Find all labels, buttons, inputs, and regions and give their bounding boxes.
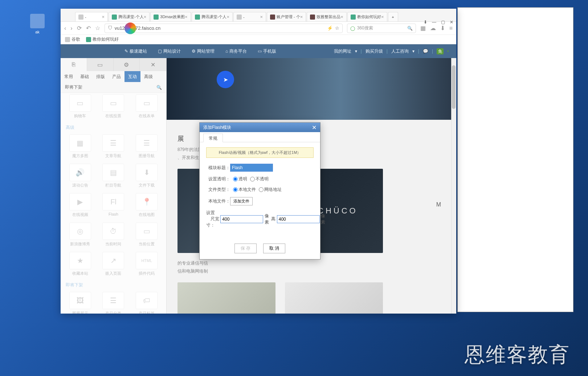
download-icon[interactable]: ⬇: [440, 25, 445, 32]
cat-common[interactable]: 常用: [61, 71, 77, 82]
sidetab-settings[interactable]: ⚙: [114, 58, 140, 71]
tab-close-icon[interactable]: ×: [260, 14, 263, 20]
cat-basic[interactable]: 基础: [77, 71, 93, 82]
reload-icon[interactable]: ⟳: [77, 25, 82, 32]
desktop-icon-label: ak: [28, 30, 46, 34]
tab-close-icon[interactable]: ×: [102, 14, 105, 20]
cat-advanced[interactable]: 高级: [140, 71, 156, 82]
add-page-icon: ⎘: [72, 61, 75, 68]
tab-4[interactable]: -×: [233, 12, 266, 21]
tab-6[interactable]: 致雅整装出品×: [307, 12, 347, 21]
tab-7[interactable]: 教你如何玩好×: [347, 12, 387, 21]
input-title[interactable]: [230, 164, 273, 172]
radio-localfile[interactable]: [233, 187, 238, 192]
new-tab-button[interactable]: +: [388, 12, 398, 21]
topnav-manage[interactable]: ⚙网站管理: [187, 44, 220, 58]
url-input[interactable]: ⛉ vu12884972.faisco.cn ⚡ ☆: [105, 24, 343, 33]
maximize-icon[interactable]: ▢: [440, 19, 446, 25]
tab-2[interactable]: 3Dmax效果图×: [150, 12, 191, 21]
tab-5[interactable]: 账户管理 - 个×: [267, 12, 306, 21]
sidetab-add[interactable]: ⎘: [61, 58, 87, 71]
chat-icon[interactable]: 💬: [423, 49, 428, 54]
tab-label: 腾讯课堂-个人: [118, 14, 144, 20]
dialog-tab-general[interactable]: 常规: [203, 134, 223, 142]
forward-icon[interactable]: ›: [70, 25, 72, 32]
dialog-tabs: 常规: [200, 132, 320, 142]
project-card[interactable]: [177, 282, 275, 314]
tab-0[interactable]: -×: [75, 12, 108, 21]
tab-label: 腾讯课堂-个人: [201, 14, 227, 20]
topnav-support[interactable]: 人工咨询: [391, 48, 409, 54]
tab-close-icon[interactable]: ×: [185, 14, 188, 20]
unit-px: 像素: [321, 213, 325, 225]
radio-url[interactable]: [259, 187, 264, 192]
topnav-mobile[interactable]: ▭手机版: [253, 44, 281, 58]
hero-banner: ➤: [167, 58, 456, 120]
cloud-icon[interactable]: ☁: [430, 25, 436, 32]
tab-close-icon[interactable]: ×: [340, 14, 343, 20]
dialog-close-icon[interactable]: ✕: [312, 124, 317, 131]
site-topnav: ✎极速建站 ▢网站设计 ⚙网站管理 ⌂商务平台 ▭手机版 我的网址▾ | 购买升…: [61, 44, 456, 58]
chevron-down-icon: ▾: [355, 49, 357, 54]
bookmark-item[interactable]: 谷歌: [65, 36, 80, 42]
topnav-commerce[interactable]: ⌂商务平台: [220, 44, 252, 58]
search-icon[interactable]: 🔍: [407, 26, 413, 31]
radio-opaque[interactable]: [250, 177, 255, 181]
desktop-icon[interactable]: ak: [28, 14, 46, 34]
radio-label: 网络地址: [264, 187, 282, 193]
rect-icon: ▢: [158, 49, 162, 54]
add-file-button[interactable]: 添加文件: [230, 197, 253, 205]
topnav-label: 网站设计: [163, 48, 181, 54]
tab-close-icon[interactable]: ×: [144, 14, 147, 20]
input-height[interactable]: [277, 215, 320, 223]
address-bar: ‹ › ⟳ ↶ ☆ ⛉ vu12884972.faisco.cn ⚡ ☆ ◯ 3…: [61, 22, 456, 35]
topnav-mysite[interactable]: 我的网址: [334, 48, 351, 54]
tab-close-icon[interactable]: ×: [226, 14, 229, 20]
sidetab-copy[interactable]: ▭: [87, 58, 114, 71]
back-icon[interactable]: ‹: [64, 25, 66, 32]
menu-icon[interactable]: ≡: [449, 25, 453, 32]
tab-close-icon[interactable]: ×: [300, 14, 303, 20]
label-size: 设置尺寸：: [206, 210, 215, 228]
page-icon: [78, 15, 83, 20]
project-card[interactable]: [285, 282, 383, 314]
download-icon[interactable]: ⬇: [422, 19, 429, 25]
cancel-button[interactable]: 取 消: [263, 244, 285, 253]
topnav-design[interactable]: ▢网站设计: [153, 44, 186, 58]
topnav-quickbuild[interactable]: ✎极速建站: [119, 44, 152, 58]
row-localfile: 本地文件： 添加文件: [206, 197, 314, 205]
search-icon[interactable]: 🔍: [156, 85, 162, 90]
chevron-down-icon: ▾: [412, 49, 415, 54]
dialog-header[interactable]: 添加Flash模块 ✕: [200, 123, 320, 132]
radio-transparent[interactable]: [233, 177, 238, 181]
dialog-hint: Flash动画/视频（格式为swf，大小不超过1M）: [206, 147, 314, 158]
input-width[interactable]: [220, 215, 263, 223]
main-scrollbar[interactable]: [451, 58, 456, 314]
flash-icon[interactable]: ⚡: [327, 25, 333, 31]
bookmark-icon: [86, 37, 91, 42]
cat-layout[interactable]: 排版: [93, 71, 109, 82]
close-icon[interactable]: ✕: [448, 19, 455, 25]
tab-3[interactable]: 腾讯课堂-个人×: [192, 12, 233, 21]
row-filetype: 文件类型： 本地文件 网络地址: [206, 187, 314, 193]
save-button[interactable]: 保 存: [234, 244, 257, 253]
minimize-icon[interactable]: —: [431, 19, 437, 25]
tab-1[interactable]: 腾讯课堂-个人×: [109, 12, 150, 21]
apps-icon[interactable]: ▦: [420, 25, 426, 32]
cat-interactive[interactable]: 互动: [124, 71, 140, 82]
sidetab-close[interactable]: ✕: [140, 58, 166, 71]
sidebar: ⎘ ▭ ⚙ ✕ 常用 基础 排版 产品 互动 高级 即将下架 🔍 ▭购物车: [61, 58, 167, 314]
search-input[interactable]: ◯ 360搜索 🔍: [347, 24, 416, 33]
copy-icon: ▭: [97, 61, 103, 68]
bookmark-item[interactable]: 教你如何玩好: [86, 36, 119, 42]
tab-label: 致雅整装出品: [317, 14, 340, 20]
cat-product[interactable]: 产品: [109, 71, 124, 82]
sidebar-scroll[interactable]: ▭购物车 ▭在线投票 ▭在线表单 高级 ▦魔方多图 ☰文章导航 ☰图册导航 🔊滚…: [61, 93, 166, 314]
star-icon[interactable]: ☆: [95, 25, 100, 32]
undo-icon[interactable]: ↶: [86, 25, 91, 32]
favorite-icon[interactable]: ☆: [335, 25, 339, 31]
free-badge[interactable]: 免: [437, 48, 444, 54]
topnav-upgrade[interactable]: 购买升级: [366, 48, 383, 54]
scrollbar-thumb[interactable]: [452, 65, 456, 109]
tab-close-icon[interactable]: ×: [381, 14, 384, 20]
